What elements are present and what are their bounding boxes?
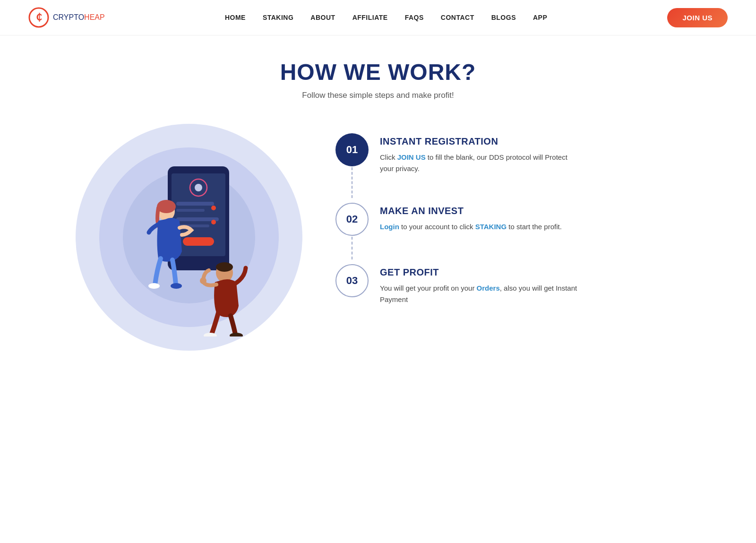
nav-app[interactable]: APP	[533, 14, 547, 21]
step-circle-3: 03	[335, 264, 369, 297]
svg-point-19	[204, 333, 217, 336]
svg-point-18	[216, 262, 233, 272]
step-1: 01 INSTANT REGISTRATION Click JOIN US to…	[335, 133, 685, 174]
nav-staking[interactable]: STAKING	[263, 14, 293, 21]
svg-rect-12	[183, 237, 214, 246]
step-3-desc: You will get your profit on your Orders,…	[380, 283, 578, 305]
step-1-title: INSTANT REGISTRATION	[380, 136, 578, 147]
step-3: 03 GET PROFIT You will get your profit o…	[335, 264, 685, 305]
step-2-title: MAKE AN INVEST	[380, 206, 562, 216]
step-3-content: GET PROFIT You will get your profit on y…	[380, 264, 578, 305]
logo-text: CRYPTOHEAP	[53, 13, 105, 22]
staking-link[interactable]: STAKING	[475, 223, 507, 231]
section-title: HOW WE WORK?	[38, 59, 718, 85]
svg-text:₵: ₵	[36, 12, 42, 22]
section-subtitle: Follow these simple steps and make profi…	[38, 91, 718, 100]
step-circle-2: 02	[335, 203, 369, 236]
join-us-button[interactable]: JOIN US	[667, 8, 728, 27]
illustration-svg	[85, 138, 284, 336]
step-1-content: INSTANT REGISTRATION Click JOIN US to fi…	[380, 133, 578, 174]
svg-point-21	[200, 277, 206, 284]
svg-point-10	[211, 206, 216, 210]
svg-rect-7	[176, 209, 205, 212]
step-1-desc: Click JOIN US to fill the blank, our DDS…	[380, 152, 578, 174]
svg-point-15	[148, 283, 160, 289]
logo[interactable]: ₵ CRYPTOHEAP	[28, 7, 105, 28]
nav-home[interactable]: HOME	[225, 14, 246, 21]
nav-about[interactable]: ABOUT	[310, 14, 335, 21]
step-2-desc: Login to your account to click STAKING t…	[380, 221, 562, 233]
header: ₵ CRYPTOHEAP HOME STAKING ABOUT AFFILIAT…	[0, 0, 756, 35]
step-2: 02 MAKE AN INVEST Login to your account …	[335, 203, 685, 236]
svg-point-20	[230, 333, 243, 336]
svg-point-11	[211, 220, 216, 224]
connector-1	[352, 167, 352, 198]
login-link[interactable]: Login	[380, 223, 399, 231]
svg-point-16	[171, 283, 182, 289]
connector-2	[352, 237, 352, 259]
nav-contact[interactable]: CONTACT	[441, 14, 474, 21]
nav-blogs[interactable]: BLOGS	[491, 14, 516, 21]
step-circle-1: 01	[335, 133, 369, 166]
nav-affiliate[interactable]: AFFILIATE	[352, 14, 388, 21]
step-2-content: MAKE AN INVEST Login to your account to …	[380, 203, 562, 233]
illustration-wrap	[71, 124, 307, 351]
main-nav: HOME STAKING ABOUT AFFILIATE FAQS CONTAC…	[225, 14, 547, 21]
svg-point-5	[195, 184, 202, 191]
steps-area: 01 INSTANT REGISTRATION Click JOIN US to…	[335, 124, 685, 334]
step-3-title: GET PROFIT	[380, 267, 578, 278]
orders-link[interactable]: Orders	[477, 284, 500, 292]
svg-rect-6	[176, 202, 214, 206]
main-content: HOW WE WORK? Follow these simple steps a…	[0, 35, 756, 379]
logo-icon: ₵	[28, 7, 49, 28]
content-area: 01 INSTANT REGISTRATION Click JOIN US to…	[71, 124, 685, 351]
join-us-link[interactable]: JOIN US	[397, 153, 426, 161]
nav-faqs[interactable]: FAQS	[405, 14, 424, 21]
